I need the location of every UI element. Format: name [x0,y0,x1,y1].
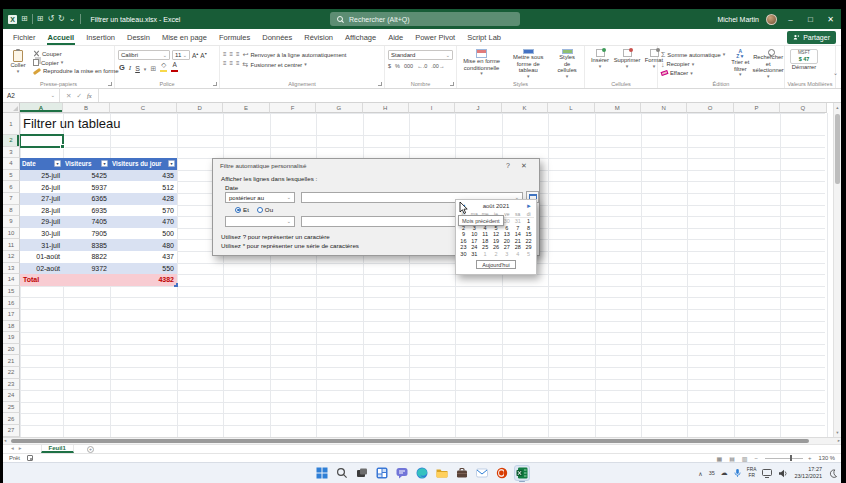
office-icon[interactable] [494,465,510,481]
sheet-tab-feuil1[interactable]: Feuil1 [41,445,74,453]
table-cell[interactable]: 5937 [63,181,110,193]
font-size-select[interactable]: 11⌄ [172,50,190,60]
calendar-day[interactable]: 14 [512,231,523,238]
row-header-23[interactable]: 23 [3,379,20,391]
notification-icon[interactable] [828,469,837,478]
number-format-select[interactable]: Standard⌄ [388,50,453,60]
next-month-button[interactable]: ► [526,203,532,209]
dialog-close-button[interactable]: ✕ [516,162,532,170]
select-all-corner[interactable] [3,103,20,113]
calendar-day[interactable]: 31 [469,251,480,258]
calendar-day[interactable]: 16 [458,238,469,245]
table-resize-handle[interactable] [174,283,178,287]
calendar-day[interactable]: 26 [491,244,502,251]
column-header-b[interactable]: B [63,103,110,113]
calendar-day[interactable]: 24 [469,244,480,251]
normal-view-button[interactable]: ▦ [717,455,725,462]
next-sheet-icon[interactable]: ▸ [19,446,22,452]
menu-tab-formules[interactable]: Formules [213,29,256,45]
calendar-day[interactable]: 15 [523,231,534,238]
calendar-day[interactable]: 18 [480,238,491,245]
row-header-14[interactable]: 14 [3,274,20,286]
table-cell[interactable]: 500 [110,228,177,240]
zoom-slider[interactable] [765,458,803,459]
vertical-scroll-thumb[interactable] [835,114,840,184]
calendar-day[interactable]: 28 [512,244,523,251]
menu-tab-script-lab[interactable]: Script Lab [461,29,507,45]
save-icon[interactable]: ⊞ [37,15,44,23]
column-header-j[interactable]: J [455,103,501,113]
dialog-launcher-icon[interactable] [450,82,454,86]
calendar-day[interactable]: 30 [458,251,469,258]
dialog-launcher-icon[interactable] [213,82,217,86]
menu-tab-affichage[interactable]: Affichage [339,29,382,45]
dialog-launcher-icon[interactable] [378,82,382,86]
row-header-5[interactable]: 5 [3,170,20,182]
row-header-16[interactable]: 16 [3,297,20,309]
user-avatar[interactable] [766,14,777,25]
row-header-21[interactable]: 21 [3,355,20,367]
zoom-out-icon[interactable]: − [755,455,761,461]
insert-cells-button[interactable]: Insérer▾ [588,48,612,80]
row-header-3[interactable]: 3 [3,147,20,159]
row-header-24[interactable]: 24 [3,390,20,402]
calendar-day[interactable]: 20 [501,238,512,245]
table-cell[interactable]: 29-juil [20,216,63,228]
enter-icon[interactable]: ✓ [76,92,81,100]
start-button[interactable] [314,465,330,481]
calendar-day[interactable]: 1 [480,251,491,258]
calendar-day[interactable]: 2 [491,251,502,258]
font-name-select[interactable]: Calibri⌄ [118,50,170,60]
row-header-19[interactable]: 19 [3,332,20,344]
column-header-d[interactable]: D [177,103,223,113]
scroll-left-icon[interactable]: ◂ [4,438,6,444]
clear-button[interactable]: Effacer▾ [661,70,725,76]
row-header-10[interactable]: 10 [3,228,20,240]
apps-grid-icon[interactable]: ⊞ [21,15,28,23]
search-box[interactable]: Rechercher (Alt+Q) [330,12,520,26]
row-header-26[interactable]: 26 [3,413,20,425]
scroll-up-icon[interactable]: ▴ [834,103,841,112]
menu-tab-dessin[interactable]: Dessin [121,29,156,45]
row-header-1[interactable]: 1 [3,113,20,135]
calendar-day[interactable]: 25 [480,244,491,251]
onedrive-icon[interactable]: ☁ [721,469,728,477]
table-cell[interactable]: 31-juil [20,239,63,251]
row-header-22[interactable]: 22 [3,367,20,379]
widgets-icon[interactable] [374,465,390,481]
menu-tab-accueil[interactable]: Accueil [42,29,81,45]
align-center-button[interactable]: ≡ [230,60,234,66]
menu-tab-mise-en-page[interactable]: Mise en page [156,29,213,45]
operator-select-2[interactable]: ⌄ [225,216,295,227]
table-cell[interactable]: 428 [110,193,177,205]
insert-function-icon[interactable]: fx [87,92,92,99]
calendar-day[interactable]: 10 [469,231,480,238]
fill-button[interactable]: ↓Recopier▾ [661,61,725,68]
minimize-button[interactable]: – [784,12,797,26]
calendar-day[interactable]: 8 [523,225,534,232]
calendar-day[interactable]: 27 [501,244,512,251]
table-cell[interactable]: 25-juil [20,170,63,182]
row-header-4[interactable]: 4 [3,158,20,170]
table-cell[interactable]: 7405 [63,216,110,228]
delete-cells-button[interactable]: Supprimer▾ [615,48,639,80]
accounting-format-button[interactable]: $ [388,63,391,69]
column-header-g[interactable]: G [316,103,362,113]
file-explorer-icon[interactable] [434,465,450,481]
row-header-12[interactable]: 12 [3,251,20,263]
row-header-6[interactable]: 6 [3,181,20,193]
excel-app-icon[interactable]: X [8,15,17,24]
dialog-launcher-icon[interactable] [108,82,112,86]
row-header-8[interactable]: 8 [3,205,20,217]
zoom-slider-thumb[interactable] [790,455,792,461]
align-middle-button[interactable]: ≡ [230,51,234,57]
italic-button[interactable]: I [129,64,131,72]
find-select-button[interactable]: Rechercher et sélectionner▾ [755,48,781,80]
table-total-cell[interactable]: 4382 [110,274,177,286]
battery-percent[interactable]: 35 [709,470,715,476]
selected-cell-a2[interactable] [19,134,64,148]
table-cell[interactable]: 6935 [63,205,110,217]
merge-center-button[interactable]: ⇆Fusionner et centrer▾ [243,61,347,68]
column-header-e[interactable]: E [223,103,269,113]
horizontal-scrollbar[interactable]: ◂ ▸ [3,437,841,444]
